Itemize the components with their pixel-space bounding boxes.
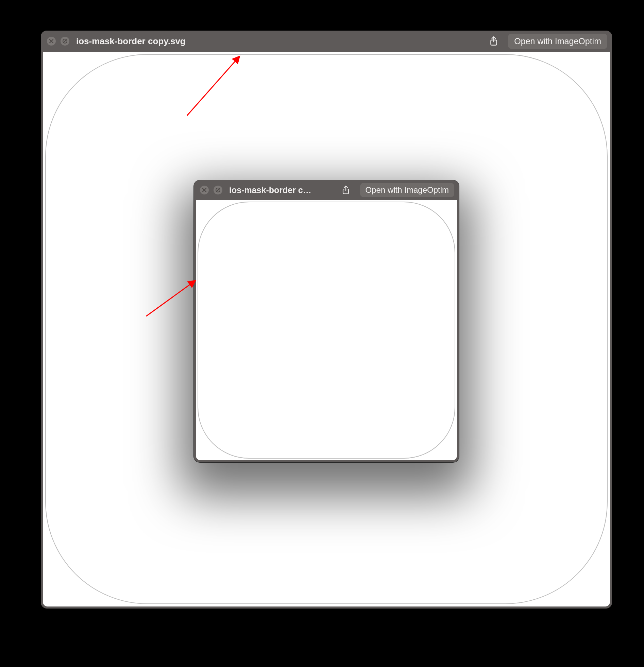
svg-preview	[196, 200, 457, 460]
open-with-button[interactable]: Open with ImageOptim	[360, 183, 454, 197]
svg-rect-5	[198, 202, 455, 458]
share-icon[interactable]	[486, 34, 501, 49]
titlebar: ios-mask-border c… Open with ImageOptim	[194, 180, 459, 200]
window-title: ios-mask-border copy.svg	[76, 36, 186, 47]
disabled-icon[interactable]	[213, 185, 222, 194]
close-icon[interactable]	[47, 37, 56, 46]
close-icon[interactable]	[200, 185, 209, 194]
quicklook-window-front: ios-mask-border c… Open with ImageOptim	[194, 180, 459, 462]
share-icon[interactable]	[338, 182, 353, 197]
open-with-button[interactable]: Open with ImageOptim	[508, 34, 607, 49]
preview-content	[196, 200, 457, 460]
disabled-icon[interactable]	[61, 37, 69, 46]
window-title: ios-mask-border c…	[229, 185, 311, 195]
titlebar: ios-mask-border copy.svg Open with Image…	[41, 31, 612, 52]
